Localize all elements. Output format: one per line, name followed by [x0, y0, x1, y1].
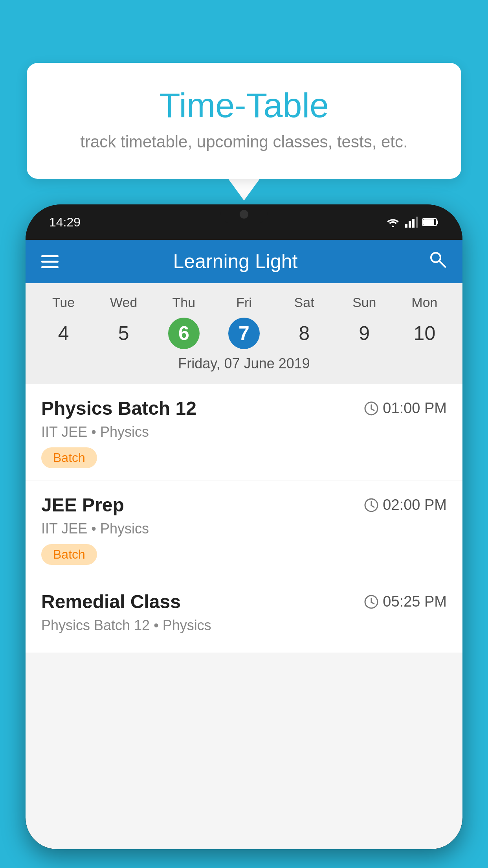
schedule-item-2[interactable]: JEE Prep 02:00 PM IIT JEE • Physics Batc… [26, 480, 462, 577]
battery-icon [422, 217, 439, 227]
svg-rect-2 [412, 219, 415, 228]
calendar-strip: Tue Wed Thu Fri Sat Sun Mon 4 5 [26, 283, 462, 384]
schedule-item-3-time: 05:25 PM [364, 593, 447, 610]
speech-bubble-section: Time-Table track timetable, upcoming cla… [27, 63, 461, 200]
svg-rect-1 [409, 221, 411, 228]
schedule-item-3-subtitle: Physics Batch 12 • Physics [41, 617, 447, 634]
day-tue: Tue [33, 291, 94, 314]
date-10[interactable]: 10 [394, 316, 455, 351]
svg-line-8 [440, 261, 445, 267]
schedule-item-1-title: Physics Batch 12 [41, 397, 196, 419]
wifi-icon [385, 217, 400, 228]
date-4[interactable]: 4 [33, 316, 94, 351]
camera [240, 210, 248, 219]
schedule-item-1[interactable]: Physics Batch 12 01:00 PM IIT JEE • Phys… [26, 384, 462, 480]
schedule-item-2-tag: Batch [41, 544, 97, 565]
day-thu: Thu [154, 291, 214, 314]
clock-icon-3 [364, 594, 379, 609]
schedule-item-3-title: Remedial Class [41, 591, 181, 612]
schedule-item-3[interactable]: Remedial Class 05:25 PM Physics Batch 12… [26, 577, 462, 653]
svg-line-14 [371, 506, 374, 507]
svg-rect-5 [437, 221, 438, 224]
svg-line-17 [371, 602, 374, 604]
schedule-item-2-subtitle: IIT JEE • Physics [41, 520, 447, 537]
speech-bubble-arrow [228, 179, 260, 200]
date-9[interactable]: 9 [334, 316, 394, 351]
date-6[interactable]: 6 [154, 316, 214, 351]
phone-container: 14:29 [26, 204, 462, 868]
app-header: Learning Light [26, 240, 462, 283]
svg-rect-3 [416, 217, 418, 228]
schedule-item-3-header: Remedial Class 05:25 PM [41, 591, 447, 612]
schedule-item-1-header: Physics Batch 12 01:00 PM [41, 397, 447, 419]
svg-rect-6 [423, 219, 434, 225]
notch [220, 204, 268, 224]
schedule-list: Physics Batch 12 01:00 PM IIT JEE • Phys… [26, 384, 462, 653]
status-icons [385, 217, 439, 228]
speech-bubble-card: Time-Table track timetable, upcoming cla… [27, 63, 461, 179]
schedule-item-1-subtitle: IIT JEE • Physics [41, 424, 447, 440]
clock-icon-2 [364, 498, 379, 513]
schedule-item-2-title: JEE Prep [41, 494, 124, 516]
dates-row: 4 5 6 7 8 9 [26, 316, 462, 351]
phone-frame: 14:29 [26, 204, 462, 849]
clock-icon [364, 401, 379, 416]
schedule-item-2-header: JEE Prep 02:00 PM [41, 494, 447, 516]
selected-date-label: Friday, 07 June 2019 [26, 351, 462, 380]
status-bar: 14:29 [26, 204, 462, 240]
app-title: Learning Light [59, 250, 412, 273]
svg-rect-0 [405, 224, 407, 228]
days-row: Tue Wed Thu Fri Sat Sun Mon [26, 291, 462, 314]
schedule-item-1-time: 01:00 PM [364, 400, 447, 417]
hamburger-menu-icon[interactable] [41, 255, 59, 268]
date-8[interactable]: 8 [274, 316, 334, 351]
day-fri: Fri [214, 291, 274, 314]
speech-bubble-subtitle: track timetable, upcoming classes, tests… [58, 132, 430, 151]
search-button[interactable] [428, 250, 447, 273]
schedule-item-1-tag: Batch [41, 447, 97, 468]
day-sat: Sat [274, 291, 334, 314]
day-sun: Sun [334, 291, 394, 314]
svg-point-7 [431, 253, 440, 262]
day-wed: Wed [94, 291, 154, 314]
speech-bubble-title: Time-Table [58, 86, 430, 125]
signal-icon [405, 217, 418, 228]
schedule-item-2-time: 02:00 PM [364, 497, 447, 513]
svg-line-11 [371, 409, 374, 410]
day-mon: Mon [394, 291, 455, 314]
date-5[interactable]: 5 [94, 316, 154, 351]
status-time: 14:29 [49, 215, 81, 230]
phone-screen: Learning Light Tue Wed Thu Fri Sat Sun [26, 240, 462, 849]
date-7[interactable]: 7 [214, 316, 274, 351]
